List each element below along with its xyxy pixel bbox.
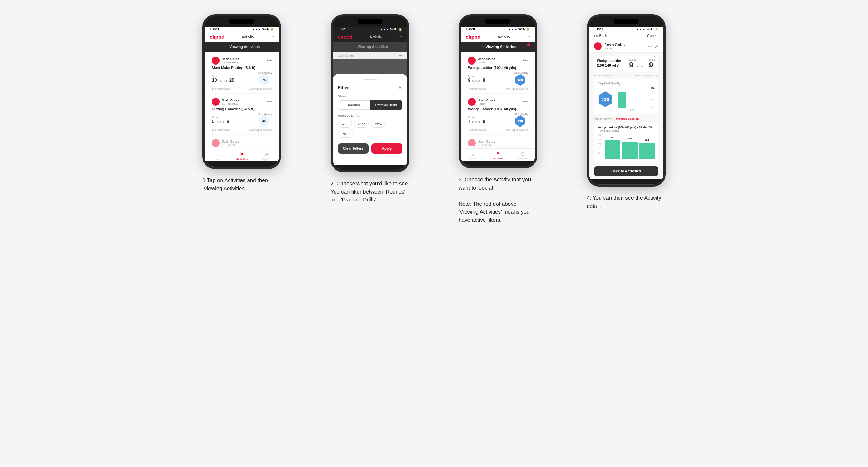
card-header-1-3: Josh Coles 28 Feb 2023 (212, 139, 272, 147)
nav-activities-3[interactable]: ⚑ Activities (486, 151, 510, 160)
avatar-1-2 (212, 98, 220, 106)
notch-pill-2 (358, 19, 383, 24)
status-bar-1: 13:20 ▲▲▲ WiFi 🔋 (205, 27, 279, 32)
detail-user-section: Josh Coles Today ✏ ⤢ (589, 40, 663, 53)
pill-ott[interactable]: OTT (338, 120, 352, 128)
expand-icon[interactable]: ⤢ (654, 44, 658, 49)
info-left-3-2: Test Information (468, 129, 486, 131)
user-name-1-2: Josh Coles (222, 99, 266, 102)
modal-close-button[interactable]: ✕ (398, 85, 402, 90)
bar-chart-area: 132 129 124 (605, 134, 655, 159)
hamburger-icon-3[interactable]: ≡ (527, 34, 530, 40)
logo-2: clippd (338, 34, 353, 40)
card-dots-3-2[interactable]: ••• (523, 99, 528, 104)
pill-putt[interactable]: PUTT (338, 130, 354, 138)
notch-2 (333, 16, 407, 27)
notch-pill-3 (485, 19, 510, 24)
bar-value-2: 129 (628, 137, 632, 140)
rounds-toggle[interactable]: Rounds (338, 100, 370, 110)
filter-banner-2[interactable]: ⊞ Viewing Activities (333, 42, 407, 52)
drill-title: Wedge Ladder (100-140 yds) (597, 58, 627, 68)
apply-button[interactable]: Apply (371, 143, 402, 154)
notch-4 (589, 16, 663, 27)
step-3-column: 13:20 ▲▲▲ WiFi 🔋 clippd Activity ≡ ⊞ Vie… (440, 14, 557, 224)
card-stats-3-2: Score 7 OUT OF 9 Shot Quality 118 (468, 113, 528, 127)
filter-banner-3[interactable]: ⊞ Viewing Activities (461, 42, 535, 52)
caption-3-line1: 3. Choose the Activity that you want to … (459, 176, 531, 191)
y-80: 80 (598, 147, 602, 150)
score-label-1-2: Score (212, 116, 229, 119)
user-info-3-2: Josh Coles Today (478, 99, 522, 105)
filter-icon-1: ⊞ (224, 44, 227, 49)
filter-banner-1[interactable]: ⊞ Viewing Activities (205, 42, 279, 52)
user-info-3-1: Josh Coles Today (478, 57, 522, 64)
card-info-1-2: Test Information Data: Clippd Capture (212, 129, 272, 131)
info-left-1-2: Test Information (212, 129, 230, 131)
phone-4: 13:21 ▲▲▲ WiFi 🔋 ‹ < Back Cancel (587, 14, 666, 187)
nav-capture-3[interactable]: ⊕ Capture (510, 151, 535, 160)
user-date-3-2: Today (478, 102, 522, 105)
quality-label-3-1: Shot Quality (514, 72, 528, 74)
wifi-icon-3: WiFi (518, 28, 525, 31)
logo-1: clippd (210, 34, 224, 40)
cancel-button[interactable]: Cancel (647, 34, 658, 38)
player-activity-row: Player Activity › Practice Session (594, 117, 658, 120)
detail-avatar (594, 42, 602, 50)
edit-icon[interactable]: ✏ (648, 44, 652, 49)
activity-card-3-2[interactable]: Josh Coles Today ••• Wedge Ladder (100-1… (464, 95, 532, 134)
time-2: 13:21 (338, 27, 347, 31)
pill-app[interactable]: APP (354, 120, 369, 128)
score-outof-3-1: OUT OF (471, 80, 482, 82)
nav-home-3[interactable]: ⌂ Home (461, 151, 485, 160)
battery-icon-2: 🔋 (398, 28, 402, 31)
shots-value-4: 9 (649, 61, 656, 69)
hamburger-icon-1[interactable]: ≡ (271, 34, 274, 40)
pill-arg[interactable]: ARG (371, 120, 386, 128)
battery-icon-3: 🔋 (526, 28, 530, 31)
quality-label-3-2: Shot Quality (514, 113, 528, 115)
signal-icon-2: ▲▲▲ (380, 28, 389, 31)
card-header-1-2: Josh Coles 28 Feb 2023 ••• (212, 98, 272, 106)
practice-drills-toggle[interactable]: Practice Drills (370, 100, 402, 110)
bottom-nav-3: ⌂ Home ⚑ Activities ⊕ Capture (461, 148, 535, 161)
card-dots-3-1[interactable]: ••• (523, 58, 528, 63)
bar-3: 124 (639, 143, 655, 159)
back-activities-button[interactable]: Back to Activities (594, 166, 658, 176)
capture-label-3: Capture (518, 157, 527, 160)
activity-card-3-3[interactable]: Josh Coles 28 Feb 2023 (464, 136, 532, 146)
activity-card-1-2[interactable]: Josh Coles 28 Feb 2023 ••• Putting Combi… (208, 95, 275, 134)
phone-1: 13:20 ▲▲▲ WiFi 🔋 clippd Activity ≡ ⊞ Vie… (202, 14, 281, 169)
quality-stat-3-2: Shot Quality 118 (514, 113, 528, 127)
home-icon-3: ⌂ (472, 151, 475, 157)
nav-home-1[interactable]: ⌂ Home (205, 152, 229, 161)
score-label-3-1: Score (468, 75, 485, 77)
hamburger-icon-2[interactable]: ≡ (399, 34, 402, 40)
caption-3-line2: Note: The red dot above 'Viewing Activit… (459, 201, 529, 223)
activity-card-1-3[interactable]: Josh Coles 28 Feb 2023 (208, 136, 275, 147)
wifi-icon-1: WiFi (262, 28, 269, 31)
back-button[interactable]: ‹ < Back (594, 34, 607, 38)
activities-icon-3: ⚑ (496, 151, 500, 157)
user-date-1-3: 28 Feb 2023 (222, 143, 272, 147)
nav-capture-1[interactable]: ⊕ Capture (254, 152, 279, 161)
bar-1: 132 (605, 140, 620, 159)
drill-title-section: Wedge Ladder (100-140 yds) (597, 58, 627, 68)
card-dots-1-2[interactable]: ••• (267, 99, 272, 104)
status-bar-3: 13:20 ▲▲▲ WiFi 🔋 (461, 27, 535, 32)
info-line1: Test Information (594, 74, 612, 77)
card-dots-1-1[interactable]: ••• (267, 58, 272, 63)
y-60: 60 (598, 152, 602, 154)
clear-filters-button[interactable]: Clear Filters (338, 143, 369, 154)
score-outof-3-2: OUT OF (471, 121, 482, 123)
nav-activities-1[interactable]: ⚑ Activities (230, 152, 254, 161)
card-title-3-2: Wedge Ladder (100-140 yds) (468, 107, 528, 111)
y-120: 120 (598, 138, 602, 141)
y-100: 100 (651, 90, 654, 92)
user-date-3-3: 28 Feb 2023 (478, 143, 528, 147)
status-icons-1: ▲▲▲ WiFi 🔋 (252, 28, 274, 31)
avg-quality-label: Avg Shot Quality (598, 82, 655, 85)
activity-card-3-1[interactable]: Josh Coles Today ••• Wedge Ladder (100-1… (464, 54, 532, 93)
score-combined-3-1: 9 OUT OF 9 (468, 77, 485, 83)
battery-icon-4: 🔋 (654, 28, 658, 31)
activity-card-1-1[interactable]: Josh Coles 28 Feb 2023 ••• Must Make Put… (208, 54, 275, 93)
